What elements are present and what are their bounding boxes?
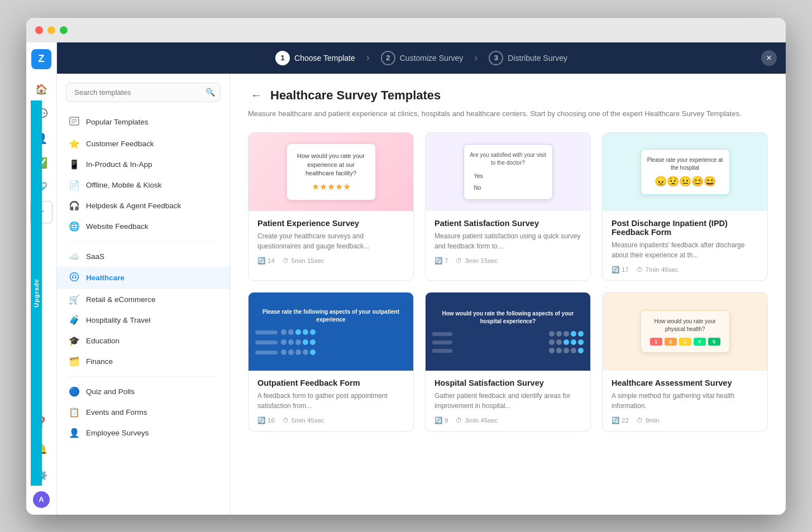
- meta-questions-4: 🔄 9: [434, 416, 448, 424]
- template-header: ← Healthcare Survey Templates: [248, 87, 768, 104]
- svg-point-4: [70, 272, 79, 281]
- close-dot[interactable]: [35, 26, 43, 34]
- sidebar-section-industry: ☁️ SaaS: [57, 246, 230, 372]
- app-logo[interactable]: Z: [31, 49, 51, 69]
- template-card-patient-satisfaction[interactable]: Are you satisfied with your visit to the…: [425, 132, 591, 281]
- sidebar-item-in-product[interactable]: 📱 In-Product & In-App: [57, 154, 230, 175]
- main-content: 1 Choose Template › 2 Customize Survey ›…: [57, 42, 786, 515]
- card-meta-patient-satisfaction: 🔄 7 ⏱ 3min 15sec: [434, 257, 581, 265]
- card-preview-hospital-satisfaction: How would you rate the following aspects…: [426, 293, 590, 371]
- sidebar-item-finance[interactable]: 🗂️ Finance: [57, 351, 230, 372]
- card-meta-hospital-satisfaction: 🔄 9 ⏱ 3min 45sec: [434, 416, 581, 424]
- sidebar-item-quiz[interactable]: 🔵 Quiz and Polls: [57, 381, 230, 402]
- finance-icon: 🗂️: [68, 356, 80, 367]
- meta-time-3: ⏱ 5min 45sec: [283, 416, 324, 424]
- sidebar-saas-label: SaaS: [86, 252, 104, 261]
- meta-time-4: ⏱ 3min 45sec: [456, 416, 498, 424]
- employee-icon: 👤: [68, 428, 80, 438]
- nav-avatar[interactable]: A: [33, 491, 50, 508]
- card-desc-outpatient: A feedback form to gather post appointme…: [257, 391, 404, 411]
- sidebar-item-events[interactable]: 📋 Events and Forms: [57, 402, 230, 423]
- sidebar-item-website[interactable]: 🌐 Website Feedback: [57, 216, 230, 237]
- template-card-patient-experience[interactable]: How would you rate your experience at ou…: [248, 132, 414, 281]
- stepper-close-button[interactable]: ×: [761, 50, 777, 66]
- preview-navy-rows: [432, 331, 584, 353]
- questions-icon-1: 🔄: [434, 257, 442, 265]
- template-card-healthcare-assessment[interactable]: How would you rate your physical health?…: [602, 292, 768, 432]
- offline-icon: 📄: [68, 180, 80, 190]
- education-icon: 🎓: [68, 336, 80, 346]
- step-1-num: 1: [275, 51, 290, 65]
- card-meta-outpatient: 🔄 16 ⏱ 5min 45sec: [257, 416, 404, 424]
- template-card-hospital-satisfaction[interactable]: How would you rate the following aspects…: [425, 292, 591, 432]
- sidebar-healthcare-label: Healthcare: [86, 274, 125, 282]
- sidebar-customer-feedback-label: Customer Feedback: [86, 140, 154, 148]
- sidebar-section-main: Popular Templates ⭐ Customer Feedback 📱 …: [57, 111, 230, 237]
- time-icon-4: ⏱: [456, 417, 462, 424]
- card-title-hospital-satisfaction: Hospital Satisfaction Survey: [434, 378, 581, 387]
- website-icon: 🌐: [68, 221, 80, 232]
- events-icon: 📋: [68, 407, 80, 418]
- meta-time-1: ⏱ 3min 15sec: [456, 257, 498, 265]
- template-card-outpatient[interactable]: Please rate the following aspects of you…: [248, 292, 414, 432]
- time-icon-0: ⏱: [283, 257, 289, 264]
- step-2-num: 2: [381, 51, 395, 65]
- meta-questions-3: 🔄 16: [257, 416, 275, 424]
- sidebar-item-helpdesk[interactable]: 🎧 Helpdesk & Agent Feedback: [57, 195, 230, 216]
- sidebar-item-offline[interactable]: 📄 Offline, Mobile & Kiosk: [57, 175, 230, 195]
- card-desc-hospital-satisfaction: Gather patient feedback and identify are…: [434, 391, 581, 411]
- meta-questions-5: 🔄 22: [612, 416, 629, 424]
- sidebar-item-education[interactable]: 🎓 Education: [57, 330, 230, 351]
- meta-time-0: ⏱ 5min 15sec: [283, 257, 324, 265]
- step-3[interactable]: 3 Distribute Survey: [489, 51, 567, 65]
- time-icon-2: ⏱: [637, 266, 643, 273]
- step-2[interactable]: 2 Customize Survey: [381, 51, 464, 65]
- card-preview-patient-experience: How would you rate your experience at ou…: [249, 133, 413, 211]
- card-title-post-discharge: Post Discharge Inpatient (IPD) Feedback …: [612, 219, 758, 237]
- preview-stars: ★★★★★: [294, 181, 369, 192]
- sidebar-item-hospitality[interactable]: 🧳 Hospitality & Travel: [57, 310, 230, 330]
- search-icon: 🔍: [206, 88, 215, 97]
- card-desc-patient-experience: Create your healthcare surveys and quest…: [257, 231, 404, 251]
- nav-home-icon[interactable]: 🏠: [30, 78, 52, 100]
- sidebar-offline-label: Offline, Mobile & Kiosk: [86, 181, 162, 189]
- sidebar-events-label: Events and Forms: [86, 408, 147, 416]
- svg-point-6: [75, 277, 77, 279]
- sidebar-website-label: Website Feedback: [86, 222, 149, 231]
- card-preview-healthcare-assessment: How would you rate your physical health?…: [603, 293, 767, 371]
- meta-questions-2: 🔄 17: [612, 266, 629, 274]
- questions-icon-5: 🔄: [612, 416, 619, 424]
- retail-icon: 🛒: [68, 294, 80, 305]
- card-preview-post-discharge: Please rate your experience at the hospi…: [603, 133, 767, 211]
- sidebar-item-popular[interactable]: Popular Templates: [57, 111, 230, 133]
- in-product-icon: 📱: [68, 159, 80, 170]
- minimize-dot[interactable]: [47, 26, 55, 34]
- template-grid: How would you rate your experience at ou…: [248, 132, 768, 432]
- sidebar-item-customer-feedback[interactable]: ⭐ Customer Feedback: [57, 133, 230, 154]
- template-card-post-discharge[interactable]: Please rate your experience at the hospi…: [602, 132, 768, 281]
- card-title-healthcare-assessment: Healthcare Assessment Survey: [612, 378, 758, 387]
- questions-icon-3: 🔄: [257, 416, 265, 424]
- card-body-hospital-satisfaction: Hospital Satisfaction Survey Gather pati…: [426, 371, 590, 431]
- step-arrow-1: ›: [366, 52, 370, 64]
- card-meta-post-discharge: 🔄 17 ⏱ 7min 45sec: [612, 266, 758, 274]
- maximize-dot[interactable]: [60, 26, 68, 34]
- meta-questions-0: 🔄 14: [257, 257, 275, 265]
- back-button[interactable]: ←: [248, 87, 265, 104]
- template-title: Healthcare Survey Templates: [270, 88, 441, 103]
- sidebar-helpdesk-label: Helpdesk & Agent Feedback: [86, 202, 181, 210]
- sidebar-item-retail[interactable]: 🛒 Retail & eCommerce: [57, 289, 230, 310]
- card-body-patient-experience: Patient Experience Survey Create your he…: [249, 211, 413, 271]
- sidebar-item-saas[interactable]: ☁️ SaaS: [57, 246, 230, 267]
- popular-icon: [68, 116, 80, 128]
- titlebar: [26, 18, 786, 42]
- template-description: Measure healthcare and patient experienc…: [248, 108, 768, 119]
- upgrade-banner[interactable]: Upgrade: [31, 100, 42, 486]
- sidebar-item-employee[interactable]: 👤 Employee Surveys: [57, 423, 230, 443]
- questions-icon-0: 🔄: [257, 257, 265, 265]
- sidebar-in-product-label: In-Product & In-App: [86, 160, 152, 169]
- search-input[interactable]: [66, 83, 221, 102]
- sidebar-section-other: 🔵 Quiz and Polls 📋 Events and Forms 👤 Em…: [57, 381, 230, 443]
- sidebar-item-healthcare[interactable]: Healthcare: [57, 267, 230, 289]
- step-1[interactable]: 1 Choose Template: [275, 51, 355, 65]
